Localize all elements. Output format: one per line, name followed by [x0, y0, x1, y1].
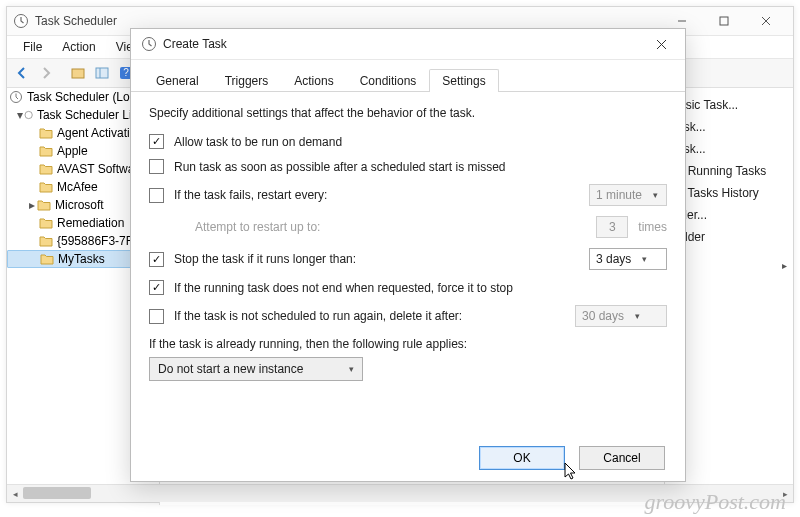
settings-description: Specify additional settings that affect …: [149, 106, 667, 120]
tree-node-label: Microsoft: [55, 198, 104, 212]
ok-button[interactable]: OK: [479, 446, 565, 470]
combo-delete-after-value: 30 days: [582, 309, 624, 323]
folder-icon: [39, 180, 53, 194]
svg-point-8: [25, 111, 32, 118]
action-item-5[interactable]: older...: [671, 204, 787, 226]
label-run-asap: Run task as soon as possible after a sch…: [174, 160, 667, 174]
actions-expand[interactable]: [671, 254, 787, 276]
panel-action-icon[interactable]: [67, 62, 89, 84]
tab-triggers[interactable]: Triggers: [212, 69, 282, 92]
combo-restart-interval: 1 minute ▾: [589, 184, 667, 206]
dialog-titlebar[interactable]: Create Task: [131, 29, 685, 60]
combo-stop-longer-value: 3 days: [596, 252, 631, 266]
chevron-down-icon: ▾: [648, 190, 662, 200]
clock-icon: [9, 90, 23, 104]
maximize-button[interactable]: [703, 9, 745, 33]
chevron-down-icon: ▾: [630, 311, 644, 321]
svg-text:?: ?: [123, 67, 129, 78]
caret-down-icon[interactable]: ▾: [17, 108, 24, 122]
tab-conditions[interactable]: Conditions: [347, 69, 430, 92]
scroll-right-icon[interactable]: ▸: [777, 485, 793, 502]
chevron-down-icon: ▾: [637, 254, 651, 264]
row-run-asap: Run task as soon as possible after a sch…: [149, 159, 667, 174]
combo-restart-interval-value: 1 minute: [596, 188, 642, 202]
create-task-dialog: Create Task General Triggers Actions Con…: [130, 28, 686, 482]
row-allow-on-demand: Allow task to be run on demand: [149, 134, 667, 149]
toolbar-separator: [59, 62, 65, 84]
folder-icon: [40, 252, 54, 266]
label-allow-on-demand: Allow task to be run on demand: [174, 135, 667, 149]
dialog-title: Create Task: [163, 37, 641, 51]
folder-icon: [39, 234, 53, 248]
tree-node-label: Remediation: [57, 216, 124, 230]
tree-node-label: Apple: [57, 144, 88, 158]
tab-general[interactable]: General: [143, 69, 212, 92]
tab-strip: General Triggers Actions Conditions Sett…: [131, 60, 685, 92]
checkbox-allow-on-demand[interactable]: [149, 134, 164, 149]
svg-rect-1: [720, 17, 728, 25]
row-stop-longer: Stop the task if it runs longer than: 3 …: [149, 248, 667, 270]
cancel-button[interactable]: Cancel: [579, 446, 665, 470]
action-item-6[interactable]: Folder: [671, 226, 787, 248]
scroll-thumb[interactable]: [23, 487, 91, 499]
caret-right-icon[interactable]: ▸: [27, 198, 37, 212]
label-attempt-upto: Attempt to restart up to:: [195, 220, 586, 234]
checkbox-stop-longer[interactable]: [149, 252, 164, 267]
combo-rule[interactable]: Do not start a new instance ▾: [149, 357, 363, 381]
horizontal-scrollbar[interactable]: ◂ ▸: [7, 484, 793, 502]
folder-icon: [39, 126, 53, 140]
label-rule: If the task is already running, then the…: [149, 337, 667, 351]
folder-icon: [39, 216, 53, 230]
chevron-down-icon: ▾: [344, 364, 358, 374]
clock-folder-icon: [24, 108, 33, 122]
label-force-stop: If the running task does not end when re…: [174, 281, 667, 295]
row-delete-after: If the task is not scheduled to run agai…: [149, 305, 667, 327]
clock-icon: [141, 36, 157, 52]
menu-action[interactable]: Action: [52, 38, 105, 56]
checkbox-fail-restart[interactable]: [149, 188, 164, 203]
folder-icon: [39, 162, 53, 176]
checkbox-delete-after[interactable]: [149, 309, 164, 324]
action-item-4[interactable]: All Tasks History: [671, 182, 787, 204]
row-fail-restart: If the task fails, restart every: 1 minu…: [149, 184, 667, 206]
folder-icon: [37, 198, 51, 212]
folder-icon: [39, 144, 53, 158]
dialog-close-button[interactable]: [641, 31, 681, 57]
action-item-2[interactable]: Task...: [671, 138, 787, 160]
combo-stop-longer[interactable]: 3 days ▾: [589, 248, 667, 270]
label-stop-longer: Stop the task if it runs longer than:: [174, 252, 579, 266]
scroll-left-icon[interactable]: ◂: [7, 485, 23, 502]
row-attempt-upto: Attempt to restart up to: 3 times: [149, 216, 667, 238]
combo-rule-value: Do not start a new instance: [158, 362, 303, 376]
spin-attempt-count: 3: [596, 216, 628, 238]
tree-node-label: MyTasks: [58, 252, 105, 266]
action-item-0[interactable]: Basic Task...: [671, 94, 787, 116]
action-item-1[interactable]: Task...: [671, 116, 787, 138]
close-button[interactable]: [745, 9, 787, 33]
checkbox-force-stop[interactable]: [149, 280, 164, 295]
label-times: times: [638, 220, 667, 234]
back-arrow-icon[interactable]: [11, 62, 33, 84]
checkbox-run-asap[interactable]: [149, 159, 164, 174]
row-force-stop: If the running task does not end when re…: [149, 280, 667, 295]
dialog-body: Specify additional settings that affect …: [131, 92, 685, 391]
tab-actions[interactable]: Actions: [281, 69, 346, 92]
label-delete-after: If the task is not scheduled to run agai…: [174, 309, 565, 323]
combo-delete-after: 30 days ▾: [575, 305, 667, 327]
forward-arrow-icon[interactable]: [35, 62, 57, 84]
action-item-3[interactable]: All Running Tasks: [671, 160, 787, 182]
tab-settings[interactable]: Settings: [429, 69, 498, 92]
label-fail-restart: If the task fails, restart every:: [174, 188, 579, 202]
clock-icon: [13, 13, 29, 29]
tree-node-label: McAfee: [57, 180, 98, 194]
dialog-footer: OK Cancel: [131, 435, 685, 481]
menu-file[interactable]: File: [13, 38, 52, 56]
app-title: Task Scheduler: [35, 14, 661, 28]
svg-rect-3: [96, 68, 108, 78]
svg-rect-2: [72, 69, 84, 78]
panel-toggle-icon[interactable]: [91, 62, 113, 84]
